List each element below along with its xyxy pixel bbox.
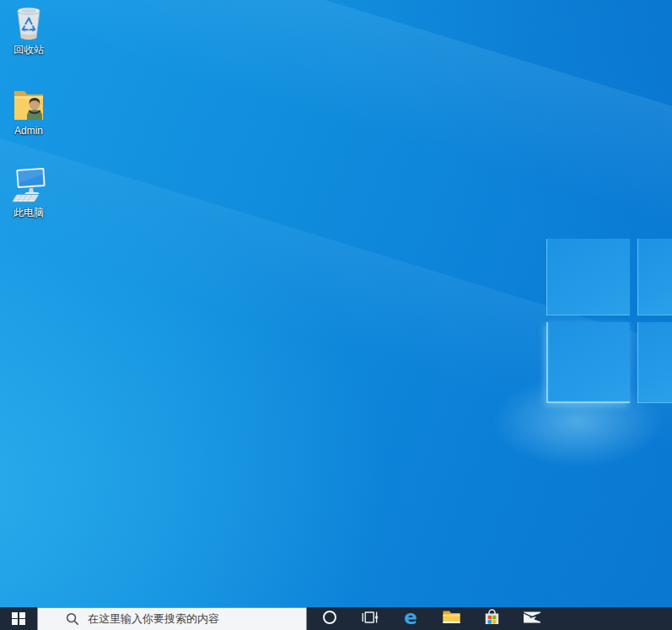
desktop-icon-this-pc[interactable]: 此电脑 bbox=[0, 166, 57, 218]
desktop-wallpaper: 回收站 Admin bbox=[0, 0, 672, 630]
system-tray-empty-area bbox=[552, 607, 672, 630]
start-button[interactable] bbox=[0, 607, 37, 630]
windows-logo-pane bbox=[546, 322, 630, 403]
search-icon bbox=[66, 612, 79, 626]
taskbar-buttons: e bbox=[309, 607, 552, 630]
file-explorer-button[interactable] bbox=[431, 607, 471, 630]
windows-logo-pane bbox=[637, 322, 672, 403]
search-placeholder-text: 在这里输入你要搜索的内容 bbox=[88, 611, 219, 627]
icon-label-recycle-bin: 回收站 bbox=[13, 44, 44, 56]
wallpaper-windows-logo bbox=[546, 239, 672, 403]
taskbar-search-input[interactable]: 在这里输入你要搜索的内容 bbox=[37, 607, 307, 630]
cortana-circle-icon bbox=[322, 610, 337, 628]
icon-label-this-pc: 此电脑 bbox=[13, 207, 44, 218]
store-button[interactable] bbox=[471, 607, 512, 630]
store-bag-icon bbox=[483, 608, 501, 629]
taskbar: 在这里输入你要搜索的内容 e bbox=[0, 607, 672, 630]
recycle-bin-icon bbox=[9, 3, 48, 42]
edge-icon: e bbox=[404, 608, 417, 627]
icon-label-admin: Admin bbox=[14, 125, 43, 137]
folder-icon bbox=[442, 609, 461, 628]
task-view-icon bbox=[362, 610, 379, 628]
windows-start-icon bbox=[12, 612, 25, 626]
windows-logo-pane bbox=[546, 239, 630, 315]
mail-button[interactable] bbox=[512, 607, 552, 630]
desktop-icon-admin-folder[interactable]: Admin bbox=[0, 84, 57, 137]
windows-logo-pane bbox=[637, 239, 672, 315]
mail-envelope-icon bbox=[523, 611, 541, 627]
this-pc-icon bbox=[9, 166, 48, 205]
cortana-button[interactable] bbox=[309, 607, 350, 630]
task-view-button[interactable] bbox=[350, 607, 390, 630]
admin-folder-icon bbox=[9, 84, 48, 123]
edge-button[interactable]: e bbox=[390, 607, 431, 630]
desktop-icon-recycle-bin[interactable]: 回收站 bbox=[0, 3, 57, 56]
